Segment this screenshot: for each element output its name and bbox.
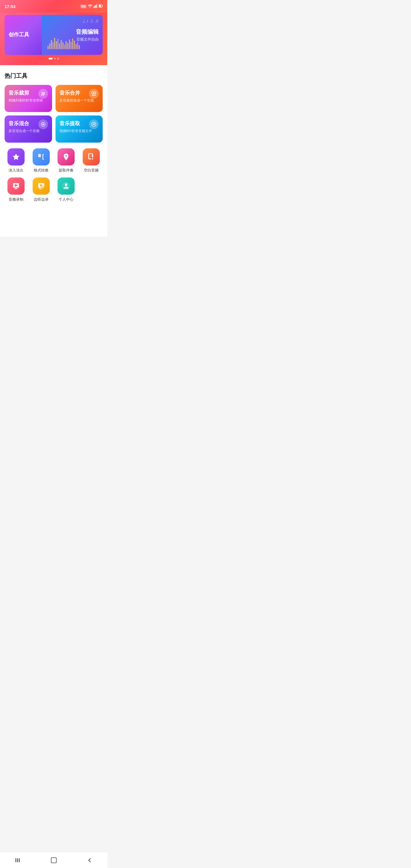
icon-format bbox=[33, 148, 50, 165]
svg-rect-6 bbox=[99, 5, 101, 7]
card-music-mix[interactable]: 音乐混合 多音混合成一个音频 bbox=[5, 116, 52, 143]
section-title-hot-tools: 热门工具 bbox=[5, 72, 103, 80]
card-icon-mix bbox=[38, 120, 48, 129]
banner-container[interactable]: 创作工具 bbox=[5, 15, 103, 55]
svg-point-13 bbox=[42, 124, 44, 125]
banner-pagination bbox=[0, 58, 107, 59]
tool-record[interactable]: 音频录制 bbox=[5, 178, 27, 202]
card-subtitle-extract: 视频MV秒变音频文件 bbox=[59, 129, 99, 133]
tool-label-profile: 个人中心 bbox=[59, 197, 74, 202]
icon-blank-audio bbox=[83, 148, 100, 165]
tool-label-blank-audio: 空白音频 bbox=[84, 168, 99, 173]
card-subtitle-merge: 多音频拼接成一个音频 bbox=[59, 98, 99, 103]
card-music-trim[interactable]: 音乐裁剪 精确到毫秒的专业剪辑 bbox=[5, 85, 52, 112]
wifi-icon bbox=[88, 4, 92, 9]
music-notes-decoration: ♩♪♫♬ bbox=[83, 18, 100, 24]
tool-label-listen-record: 边听边录 bbox=[34, 197, 49, 202]
banner-right: ♩♪♫♬ 音频编辑 音频文件自由 bbox=[42, 15, 103, 55]
main-content: 热门工具 音乐裁剪 精确到毫秒的专业剪辑 bbox=[0, 65, 107, 237]
icon-tools-grid: 淡入淡出 格式转换 提取伴奏 bbox=[5, 148, 103, 202]
svg-rect-1 bbox=[95, 5, 95, 8]
card-subtitle-mix: 多音混合成一个音频 bbox=[8, 129, 48, 133]
svg-point-7 bbox=[41, 95, 42, 96]
banner-left: 创作工具 bbox=[5, 15, 42, 55]
banner-right-title: 音频编辑 bbox=[76, 28, 99, 36]
battery-icon bbox=[99, 4, 103, 9]
svg-rect-14 bbox=[38, 154, 40, 157]
svg-rect-10 bbox=[92, 92, 93, 94]
svg-rect-3 bbox=[97, 4, 97, 8]
svg-rect-11 bbox=[94, 92, 96, 94]
banner-left-text: 创作工具 bbox=[8, 31, 38, 38]
svg-rect-5 bbox=[102, 5, 103, 7]
tool-label-fade: 淡入淡出 bbox=[8, 168, 24, 173]
status-hd-badge: HD bbox=[80, 5, 87, 8]
card-music-extract[interactable]: 音乐提取 视频MV秒变音频文件 bbox=[56, 116, 103, 143]
banner-dot-1[interactable] bbox=[49, 58, 53, 59]
card-subtitle-trim: 精确到毫秒的专业剪辑 bbox=[8, 98, 48, 103]
icon-profile bbox=[58, 178, 75, 195]
svg-point-26 bbox=[42, 187, 43, 189]
tool-format[interactable]: 格式转换 bbox=[30, 148, 53, 173]
banner-dot-3[interactable] bbox=[57, 58, 59, 59]
card-icon-extract bbox=[89, 120, 99, 129]
banner-right-subtitle: 音频文件自由 bbox=[76, 37, 99, 42]
card-icon-trim bbox=[38, 89, 48, 99]
svg-point-8 bbox=[43, 95, 44, 96]
icon-listen-record bbox=[33, 178, 50, 195]
tool-extract-bg[interactable]: 提取伴奏 bbox=[55, 148, 78, 173]
card-icon-merge bbox=[89, 89, 99, 99]
tool-listen-record[interactable]: 边听边录 bbox=[30, 178, 53, 202]
tool-label-format: 格式转换 bbox=[34, 168, 49, 173]
svg-point-29 bbox=[65, 184, 67, 186]
tool-blank-audio[interactable]: 空白音频 bbox=[80, 148, 103, 173]
status-bar: 17:53 HD bbox=[0, 0, 107, 12]
banner-slide: 创作工具 bbox=[5, 15, 103, 55]
icon-extract-bg bbox=[58, 148, 75, 165]
banner-dot-2[interactable] bbox=[54, 58, 56, 59]
svg-rect-2 bbox=[96, 5, 97, 8]
waveform-decoration bbox=[48, 38, 80, 49]
feature-cards-grid: 音乐裁剪 精确到毫秒的专业剪辑 音乐合并 多音频拼接成一个音频 bbox=[5, 85, 103, 143]
status-icons: HD bbox=[80, 4, 103, 9]
svg-rect-0 bbox=[93, 6, 94, 8]
icon-record bbox=[7, 178, 25, 195]
signal-icon bbox=[93, 4, 97, 9]
icon-fade bbox=[7, 148, 25, 165]
tool-fade[interactable]: 淡入淡出 bbox=[5, 148, 27, 173]
status-time: 17:53 bbox=[5, 4, 16, 9]
header-area: 创作工具 bbox=[0, 12, 107, 65]
tool-label-record: 音频录制 bbox=[8, 197, 24, 202]
tool-profile[interactable]: 个人中心 bbox=[55, 178, 78, 202]
card-music-merge[interactable]: 音乐合并 多音频拼接成一个音频 bbox=[56, 85, 103, 112]
tool-label-extract-bg: 提取伴奏 bbox=[59, 168, 74, 173]
